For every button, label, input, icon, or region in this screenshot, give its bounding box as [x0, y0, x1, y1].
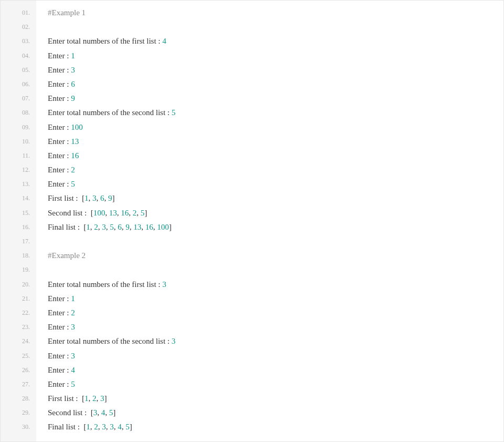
text-token: , [89, 394, 93, 403]
code-line: Enter : 3 [48, 320, 503, 334]
line-number: 12. [1, 163, 36, 177]
text-token: ] [130, 423, 132, 431]
number-token: 3 [71, 323, 75, 331]
number-token: 1 [71, 294, 75, 303]
number-token: 1 [85, 194, 89, 202]
line-number: 04. [1, 49, 36, 63]
code-line: First list : [1, 2, 3] [48, 392, 503, 406]
number-token: 3 [71, 352, 75, 360]
code-line: Enter : 6 [48, 77, 503, 91]
line-number: 26. [1, 363, 36, 377]
number-token: 16 [145, 223, 153, 231]
text-token: , [136, 209, 141, 217]
code-line: Enter : 1 [48, 49, 503, 63]
code-line: Final list : [1, 2, 3, 5, 6, 9, 13, 16, … [48, 220, 503, 234]
text-token: Enter : [48, 323, 71, 331]
number-token: 9 [108, 194, 112, 202]
text-token: ] [104, 394, 107, 403]
line-number: 10. [1, 135, 36, 149]
line-number: 07. [1, 91, 36, 106]
code-line: Enter total numbers of the second list :… [48, 334, 503, 348]
text-token: ] [144, 209, 147, 217]
line-number: 14. [1, 191, 36, 205]
number-token: 2 [94, 423, 98, 431]
text-token: , [97, 394, 101, 403]
text-token: Enter : [48, 366, 71, 374]
number-token: 5 [172, 108, 176, 117]
line-number: 05. [1, 63, 36, 77]
text-token: Enter total numbers of the second list : [48, 337, 172, 345]
code-line: Enter : 13 [48, 135, 503, 149]
comment-token: #Example 1 [48, 8, 86, 17]
number-token: 16 [71, 151, 79, 160]
number-token: 4 [162, 37, 166, 45]
number-token: 6 [100, 194, 104, 202]
number-token: 9 [71, 94, 75, 102]
text-token: , [105, 209, 109, 217]
code-line: Enter : 3 [48, 349, 503, 363]
line-number: 24. [1, 334, 36, 348]
number-token: 5 [71, 380, 75, 388]
text-token: , [97, 408, 101, 417]
number-token: 6 [71, 80, 75, 88]
number-token: 3 [71, 66, 75, 74]
code-line: Enter : 16 [48, 149, 503, 163]
number-token: 2 [71, 166, 75, 174]
line-number: 02. [1, 20, 36, 34]
code-line: Enter : 5 [48, 377, 503, 392]
number-token: 100 [93, 209, 106, 217]
line-number: 23. [1, 320, 36, 334]
text-token: Enter : [48, 66, 71, 74]
number-token: 3 [110, 423, 114, 431]
code-line: Enter : 2 [48, 163, 503, 177]
code-line: Enter : 2 [48, 306, 503, 320]
text-token: Enter total numbers of the first list : [48, 280, 162, 289]
line-number: 27. [1, 377, 36, 392]
code-line: First list : [1, 3, 6, 9] [48, 191, 503, 205]
text-token: Enter : [48, 94, 71, 102]
number-token: 1 [71, 52, 75, 60]
code-line: Enter : 9 [48, 91, 503, 106]
text-token: Second list : [ [48, 209, 93, 217]
number-token: 5 [110, 223, 114, 231]
text-token: Final list : [ [48, 223, 86, 231]
code-line: Enter : 1 [48, 292, 503, 306]
number-token: 3 [100, 394, 104, 403]
number-token: 3 [172, 337, 176, 345]
number-token: 3 [102, 423, 106, 431]
line-number: 13. [1, 177, 36, 191]
number-token: 3 [102, 223, 106, 231]
text-token: , [97, 194, 101, 202]
number-token: 2 [71, 309, 75, 317]
text-token: Enter : [48, 123, 71, 131]
text-token: , [104, 194, 109, 202]
number-token: 100 [71, 123, 83, 131]
line-number: 28. [1, 392, 36, 406]
number-token: 1 [85, 394, 89, 403]
code-line: Enter total numbers of the first list : … [48, 277, 503, 292]
text-token: Enter total numbers of the first list : [48, 37, 162, 45]
text-token: Enter total numbers of the second list : [48, 108, 172, 117]
number-token: 3 [92, 194, 97, 202]
line-number: 17. [1, 234, 36, 249]
line-number: 20. [1, 277, 36, 292]
line-number: 01. [1, 6, 36, 20]
text-token: Enter : [48, 380, 71, 388]
text-token: Enter : [48, 151, 71, 160]
text-token: First list : [ [48, 194, 85, 202]
number-token: 9 [125, 223, 130, 231]
code-block: 01.02.03.04.05.06.07.08.09.10.11.12.13.1… [0, 0, 504, 442]
code-line [48, 263, 503, 277]
text-token: First list : [ [48, 394, 85, 403]
code-line: Enter total numbers of the second list :… [48, 106, 503, 120]
text-token: ] [113, 408, 116, 417]
text-token: Enter : [48, 309, 71, 317]
line-number: 30. [1, 420, 36, 434]
number-token: 4 [118, 423, 122, 431]
line-number: 08. [1, 106, 36, 120]
code-line: Enter : 100 [48, 120, 503, 135]
number-token: 3 [162, 280, 166, 289]
line-number: 03. [1, 34, 36, 48]
code-line: #Example 1 [48, 6, 503, 20]
text-token: Enter : [48, 52, 71, 60]
